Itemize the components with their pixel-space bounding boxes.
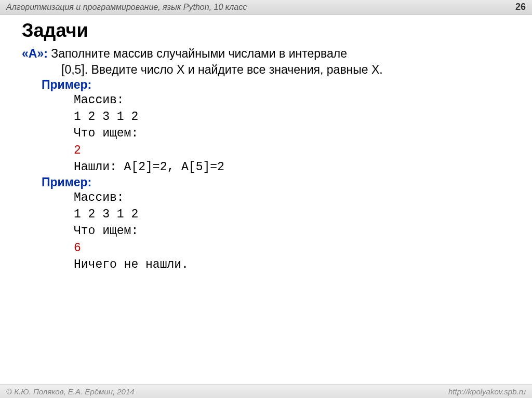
example1-result: Нашли: A[2]=2, A[5]=2 [74,159,516,175]
footer-url: http://kpolyakov.spb.ru [448,387,526,396]
example1-search-value: 2 [74,142,516,159]
page-number: 26 [515,2,526,12]
header-title: Алгоритмизация и программирование, язык … [6,3,247,12]
slide-header: Алгоритмизация и программирование, язык … [0,0,532,15]
example1-array-values: 1 2 3 1 2 [74,108,516,125]
example2-label: Пример: [42,175,516,189]
slide-footer: © К.Ю. Поляков, Е.А. Ерёмин, 2014 http:/… [0,385,532,398]
example1-search-label: Что ищем: [74,125,516,142]
example2-result: Ничего не нашли. [74,256,516,273]
task-description: «А»: Заполните массив случайными числами… [22,46,516,78]
task-label: «А»: [22,47,48,60]
example1-label: Пример: [42,78,516,92]
example2-array-values: 1 2 3 1 2 [74,206,516,223]
example2-search-label: Что ищем: [74,223,516,239]
task-text-line2: [0,5]. Введите число X и найдите все зна… [61,62,516,78]
example1-array-label: Массив: [74,92,516,108]
example2-array-label: Массив: [74,189,516,206]
footer-copyright: © К.Ю. Поляков, Е.А. Ерёмин, 2014 [6,387,135,396]
example2-search-value: 6 [74,240,516,256]
slide-content: Задачи «А»: Заполните массив случайными … [0,15,532,278]
task-text-line1: Заполните массив случайными числами в ин… [48,47,347,60]
main-title: Задачи [22,20,516,42]
